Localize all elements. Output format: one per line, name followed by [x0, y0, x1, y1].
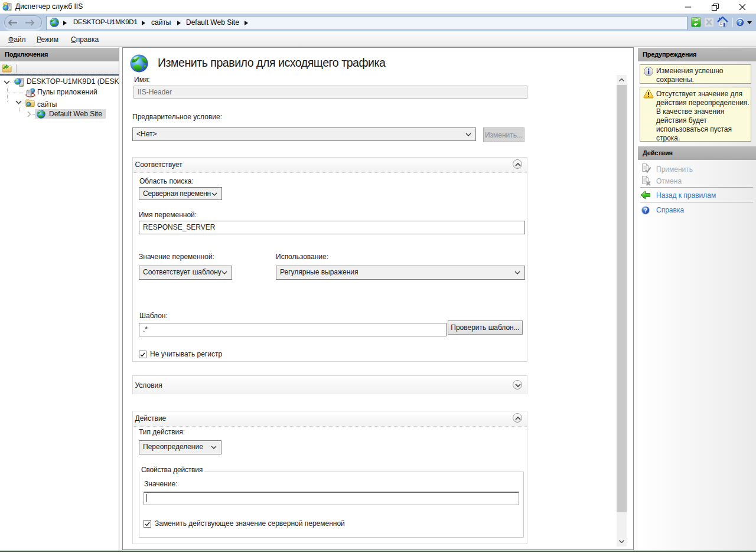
svg-text:?: ? [644, 207, 647, 214]
svg-text:?: ? [738, 19, 742, 26]
